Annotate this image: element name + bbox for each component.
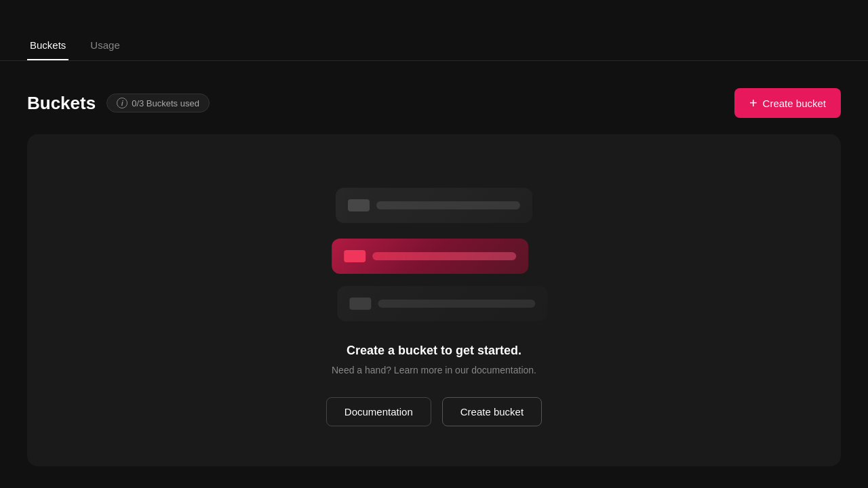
usage-badge: i 0/3 Buckets used	[106, 94, 210, 113]
dot-top	[348, 199, 370, 211]
page-header: Buckets i 0/3 Buckets used + Create buck…	[27, 88, 841, 118]
line-bottom	[378, 300, 535, 308]
dot-bottom	[349, 298, 371, 310]
create-bucket-header-label: Create bucket	[763, 98, 826, 109]
illustration-row-middle	[332, 239, 528, 274]
illustration	[312, 174, 556, 323]
page-header-left: Buckets i 0/3 Buckets used	[27, 93, 210, 114]
top-nav: Buckets Usage	[0, 0, 868, 61]
page-title: Buckets	[27, 93, 96, 114]
plus-icon: +	[749, 96, 757, 110]
line-top	[376, 201, 520, 209]
empty-state-title: Create a bucket to get started.	[347, 344, 521, 358]
documentation-button[interactable]: Documentation	[326, 397, 431, 426]
dot-middle	[344, 250, 366, 262]
empty-state-buttons: Documentation Create bucket	[326, 397, 542, 426]
empty-state-subtitle: Need a hand? Learn more in our documenta…	[332, 365, 536, 375]
tab-buckets[interactable]: Buckets	[27, 31, 68, 60]
illustration-row-bottom	[337, 286, 547, 321]
empty-state-container: Create a bucket to get started. Need a h…	[27, 134, 841, 466]
line-middle	[372, 252, 516, 260]
info-icon: i	[117, 98, 127, 108]
tab-usage[interactable]: Usage	[87, 31, 122, 60]
main-content: Buckets i 0/3 Buckets used + Create buck…	[0, 61, 868, 488]
illustration-row-top	[336, 188, 532, 223]
create-bucket-header-button[interactable]: + Create bucket	[734, 88, 841, 118]
create-bucket-button[interactable]: Create bucket	[442, 397, 542, 426]
usage-text: 0/3 Buckets used	[132, 98, 199, 108]
